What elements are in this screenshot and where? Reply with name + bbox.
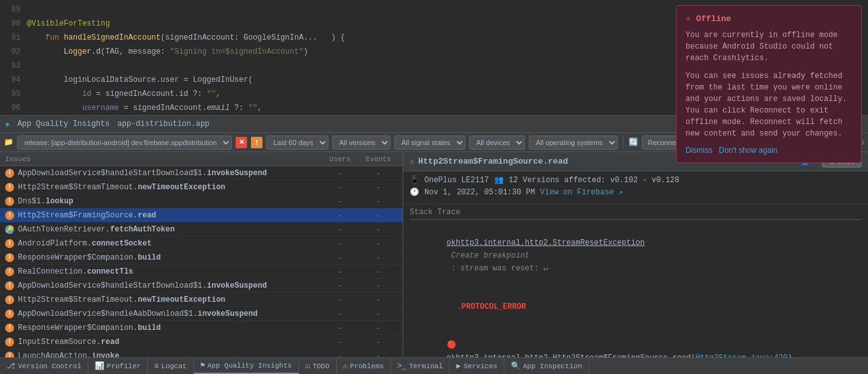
reconnect-icon: 🔄 [629, 137, 638, 147]
issue-row[interactable]: !Http2Stream$StreamTimeout.newTimeoutExc… [0, 180, 403, 194]
issue-name: AppDownloadService$handleStartDownload$1… [18, 169, 321, 178]
issue-row[interactable]: !RealConnection.connectTls-- [0, 265, 403, 279]
issue-row[interactable]: !Http2Stream$FramingSource.read-- [0, 208, 403, 222]
folder-icon: 📁 [4, 137, 13, 147]
issues-list[interactable]: !AppDownloadService$handleStartDownload$… [0, 166, 403, 357]
issues-col-header: Issues [5, 155, 321, 163]
dismiss-button[interactable]: Dismiss [686, 146, 712, 155]
issue-icon: ! [5, 295, 14, 304]
issue-name: OAuthTokenRetriever.fetchAuthToken [18, 225, 321, 234]
users-col-header: Users [321, 155, 359, 163]
clock-icon: 🕐 [410, 187, 419, 197]
timestamp: Nov 1, 2022, 05:01:30 PM [424, 188, 535, 197]
detail-warn-icon: ⚠ [410, 157, 414, 166]
issue-name: LaunchAppAction.invoke [18, 352, 321, 358]
warn-filter-btn[interactable]: ! [251, 137, 262, 148]
bottom-tab-todo[interactable]: ☑TODO [299, 358, 337, 374]
aqi-app: app-distribution.app [117, 120, 209, 129]
issue-events: - [359, 296, 398, 304]
signal-states-select[interactable]: All signal states [394, 136, 465, 150]
bottom-tab-terminal[interactable]: >_Terminal [391, 358, 450, 374]
issue-icon: ! [5, 323, 14, 332]
versions-icon: 👥 [494, 175, 504, 185]
issue-row[interactable]: !Http2Stream$StreamTimeout.newTimeoutExc… [0, 293, 403, 307]
issue-icon: ! [5, 197, 14, 206]
issue-row[interactable]: !ResponseWrapper$Companion.build-- [0, 251, 403, 265]
issue-row[interactable]: !AppDownloadService$handleStartDownload$… [0, 279, 403, 293]
bottom-tab-version-control[interactable]: ⎇Version Control [0, 358, 88, 374]
profiler-tab-icon: 📊 [95, 361, 104, 371]
device-name: OnePlus LE2117 [424, 176, 489, 185]
issue-events: - [359, 268, 398, 276]
issue-row[interactable]: 🔑OAuthTokenRetriever.fetchAuthToken-- [0, 222, 403, 237]
issue-icon: ! [5, 211, 14, 220]
issue-users: - [321, 240, 359, 247]
issue-icon: ! [5, 281, 14, 290]
external-link-icon: ↗ [618, 188, 623, 197]
logcat-tab-icon: ≡ [154, 362, 159, 371]
services-tab-icon: ▶ [456, 361, 461, 371]
version-control-tab-icon: ⎇ [6, 361, 15, 371]
issue-users: - [321, 310, 359, 318]
issue-name: Http2Stream$StreamTimeout.newTimeoutExce… [18, 295, 321, 304]
issue-users: - [321, 268, 359, 276]
issue-row[interactable]: !ResponseWrapper$Companion.build-- [0, 321, 403, 335]
issue-events: - [359, 240, 398, 247]
issue-icon: ! [5, 338, 14, 347]
issue-users: - [321, 226, 359, 233]
bottom-tab-profiler[interactable]: 📊Profiler [88, 358, 148, 374]
stack-line-2: .PROTOCOL_ERROR [410, 288, 862, 326]
issue-name: Http2Stream$StreamTimeout.newTimeoutExce… [18, 183, 321, 192]
versions-select[interactable]: All versions [332, 136, 390, 150]
todo-tab-icon: ☑ [305, 361, 310, 371]
bottom-tab-problems[interactable]: ⚠Problems [337, 358, 391, 374]
issue-row[interactable]: !LaunchAppAction.invoke-- [0, 349, 403, 357]
issue-name: Http2Stream$FramingSource.read [18, 211, 321, 220]
issue-events: - [359, 254, 398, 261]
issue-events: - [359, 338, 398, 346]
time-range-select[interactable]: Last 60 days [266, 136, 328, 150]
todo-tab-label: TODO [312, 362, 329, 370]
meta-time-row: 🕐 Nov 1, 2022, 05:01:30 PM View on Fireb… [410, 187, 862, 197]
issue-events: - [359, 282, 398, 290]
issue-row[interactable]: !AppDownloadService$handleStartDownload$… [0, 166, 403, 180]
issue-events: - [359, 324, 398, 332]
issue-row[interactable]: !AppDownloadService$handleAabDownload$1.… [0, 307, 403, 321]
bottom-tab-app-quality-insights[interactable]: ⚑App Quality Insights [194, 358, 299, 374]
toolbar-separator [623, 137, 623, 148]
problems-tab-icon: ⚠ [343, 361, 348, 371]
issue-name: InputStreamSource.read [18, 338, 321, 347]
logcat-tab-label: Logcat [161, 362, 187, 370]
issue-icon: ! [5, 253, 14, 262]
issue-row[interactable]: !AndroidPlatform.connectSocket-- [0, 237, 403, 251]
operating-systems-select[interactable]: All operating systems [529, 136, 618, 150]
stack-section: Stack Trace okhttp3.internal.http2.Strea… [403, 204, 868, 357]
issue-users: - [321, 338, 359, 346]
issue-row[interactable]: !Dns$1.lookup-- [0, 194, 403, 208]
issue-users: - [321, 212, 359, 219]
issue-name: RealConnection.connectTls [18, 267, 321, 276]
issue-users: - [321, 282, 359, 290]
offline-popup: ⚡ Offline You are currently in offline m… [676, 5, 862, 163]
bottom-tab-logcat[interactable]: ≡Logcat [148, 358, 194, 374]
stack-trace-title: Stack Trace [410, 208, 862, 220]
issue-name: ResponseWrapper$Companion.build [18, 253, 321, 262]
issue-events: - [359, 198, 398, 205]
meta-device-row: 📱 OnePlus LE2117 👥 12 Versions affected:… [410, 175, 862, 185]
terminal-tab-label: Terminal [409, 362, 443, 370]
issue-name: AppDownloadService$handleAabDownload$1.i… [18, 309, 321, 318]
view-firebase-link[interactable]: View on Firebase ↗ [540, 187, 623, 197]
offline-actions: Dismiss Don't show again [686, 146, 852, 155]
issue-events: - [359, 310, 398, 318]
release-select[interactable]: release: [app-distribution-android] dev.… [17, 136, 232, 150]
issue-users: - [321, 183, 359, 191]
devices-select[interactable]: All devices [469, 136, 525, 150]
dont-show-button[interactable]: Don't show again [719, 146, 778, 155]
bottom-tab-app-inspection[interactable]: 🔍App Inspection [504, 358, 589, 374]
issue-row[interactable]: !InputStreamSource.read-- [0, 335, 403, 349]
issue-icon: ! [5, 267, 14, 276]
stack-link-1[interactable]: Http2Stream.java:420 [695, 354, 787, 357]
bottom-tab-services[interactable]: ▶Services [450, 358, 504, 374]
issues-panel: Issues Users Events !AppDownloadService$… [0, 152, 403, 357]
error-filter-btn[interactable]: ✕ [236, 137, 247, 148]
